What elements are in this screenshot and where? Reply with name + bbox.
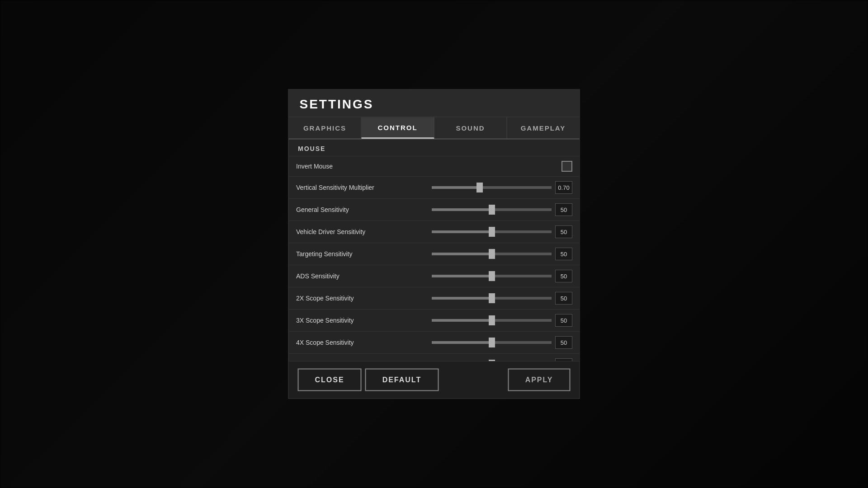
vehicle-driver-sensitivity-slider-wrapper: 50 — [432, 225, 572, 238]
vehicle-driver-sensitivity-value: 50 — [555, 225, 572, 238]
general-sensitivity-thumb[interactable] — [488, 205, 495, 215]
default-button[interactable]: DEFAULT — [365, 369, 439, 391]
settings-body: MOUSE Invert Mouse Vertical Sensitivity … — [289, 140, 580, 361]
setting-row-vertical-sensitivity: Vertical Sensitivity Multiplier 0.70 — [289, 176, 580, 198]
setting-row-ads-sensitivity: ADS Sensitivity 50 — [289, 265, 580, 287]
tab-sound[interactable]: SOUND — [434, 117, 507, 139]
vehicle-driver-sensitivity-label: Vehicle Driver Sensitivity — [296, 228, 432, 235]
setting-row-3x-scope-sensitivity: 3X Scope Sensitivity 50 — [289, 309, 580, 331]
tabs-bar: GRAPHICS CONTROL SOUND GAMEPLAY — [289, 117, 580, 140]
3x-scope-sensitivity-slider-wrapper: 50 — [432, 314, 572, 327]
vertical-sensitivity-thumb[interactable] — [476, 183, 483, 192]
vertical-sensitivity-slider-wrapper: 0.70 — [432, 181, 572, 194]
ads-sensitivity-label: ADS Sensitivity — [296, 272, 432, 280]
targeting-sensitivity-label: Targeting Sensitivity — [296, 250, 432, 258]
targeting-sensitivity-track[interactable] — [432, 253, 552, 255]
ads-sensitivity-thumb[interactable] — [488, 271, 495, 281]
3x-scope-sensitivity-track[interactable] — [432, 319, 552, 322]
tab-gameplay[interactable]: GAMEPLAY — [507, 117, 580, 139]
vertical-sensitivity-label: Vertical Sensitivity Multiplier — [296, 184, 432, 191]
general-sensitivity-fill — [432, 208, 492, 211]
general-sensitivity-label: General Sensitivity — [296, 206, 432, 213]
setting-row-invert-mouse: Invert Mouse — [289, 156, 580, 176]
vehicle-driver-sensitivity-fill — [432, 230, 492, 233]
setting-row-vehicle-driver-sensitivity: Vehicle Driver Sensitivity 50 — [289, 221, 580, 243]
2x-scope-sensitivity-label: 2X Scope Sensitivity — [296, 295, 432, 302]
targeting-sensitivity-value: 50 — [555, 248, 572, 260]
general-sensitivity-slider-wrapper: 50 — [432, 203, 572, 216]
invert-mouse-control — [432, 161, 572, 172]
setting-row-6x-scope-sensitivity: 6X Scope Sensitivity 50 — [289, 353, 580, 361]
invert-mouse-label: Invert Mouse — [296, 163, 432, 170]
modal-footer: CLOSE DEFAULT APPLY — [289, 361, 580, 399]
4x-scope-sensitivity-thumb[interactable] — [488, 338, 495, 347]
vehicle-driver-sensitivity-track[interactable] — [432, 230, 552, 233]
3x-scope-sensitivity-thumb[interactable] — [488, 315, 495, 325]
targeting-sensitivity-slider-wrapper: 50 — [432, 248, 572, 260]
4x-scope-sensitivity-fill — [432, 341, 492, 344]
apply-button[interactable]: APPLY — [508, 369, 571, 391]
tab-graphics[interactable]: GRAPHICS — [289, 117, 362, 139]
2x-scope-sensitivity-value: 50 — [555, 292, 572, 305]
3x-scope-sensitivity-value: 50 — [555, 314, 572, 327]
targeting-sensitivity-fill — [432, 253, 492, 255]
ads-sensitivity-fill — [432, 275, 492, 277]
tab-control[interactable]: CONTROL — [362, 117, 434, 139]
2x-scope-sensitivity-slider-wrapper: 50 — [432, 292, 572, 305]
3x-scope-sensitivity-label: 3X Scope Sensitivity — [296, 317, 432, 324]
setting-row-general-sensitivity: General Sensitivity 50 — [289, 198, 580, 221]
2x-scope-sensitivity-thumb[interactable] — [488, 293, 495, 303]
vertical-sensitivity-track[interactable] — [432, 186, 552, 189]
4x-scope-sensitivity-label: 4X Scope Sensitivity — [296, 339, 432, 346]
4x-scope-sensitivity-slider-wrapper: 50 — [432, 336, 572, 349]
section-header-mouse: MOUSE — [289, 140, 580, 156]
ads-sensitivity-slider-wrapper: 50 — [432, 270, 572, 282]
modal-title: SETTINGS — [300, 97, 569, 112]
footer-left-buttons: CLOSE DEFAULT — [298, 369, 439, 391]
settings-modal: SETTINGS GRAPHICS CONTROL SOUND GAMEPLAY… — [288, 89, 580, 399]
invert-mouse-checkbox[interactable] — [561, 161, 572, 172]
2x-scope-sensitivity-track[interactable] — [432, 297, 552, 300]
4x-scope-sensitivity-track[interactable] — [432, 341, 552, 344]
setting-row-2x-scope-sensitivity: 2X Scope Sensitivity 50 — [289, 287, 580, 309]
vehicle-driver-sensitivity-thumb[interactable] — [488, 227, 495, 237]
vertical-sensitivity-value: 0.70 — [555, 181, 572, 194]
ads-sensitivity-track[interactable] — [432, 275, 552, 277]
vertical-sensitivity-fill — [432, 186, 480, 189]
4x-scope-sensitivity-value: 50 — [555, 336, 572, 349]
setting-row-4x-scope-sensitivity: 4X Scope Sensitivity 50 — [289, 331, 580, 353]
targeting-sensitivity-thumb[interactable] — [488, 249, 495, 259]
modal-header: SETTINGS — [289, 90, 580, 117]
3x-scope-sensitivity-fill — [432, 319, 492, 322]
footer-right-buttons: APPLY — [508, 369, 571, 391]
6x-scope-sensitivity-thumb[interactable] — [488, 360, 495, 361]
close-button[interactable]: CLOSE — [298, 369, 362, 391]
ads-sensitivity-value: 50 — [555, 270, 572, 282]
2x-scope-sensitivity-fill — [432, 297, 492, 300]
setting-row-targeting-sensitivity: Targeting Sensitivity 50 — [289, 243, 580, 265]
general-sensitivity-value: 50 — [555, 203, 572, 216]
general-sensitivity-track[interactable] — [432, 208, 552, 211]
